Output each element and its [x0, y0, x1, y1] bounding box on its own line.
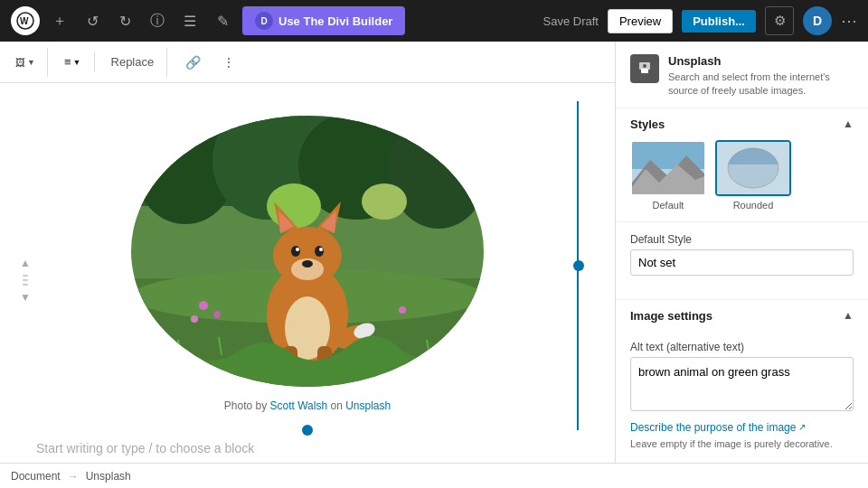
source-link[interactable]: Unsplash	[345, 399, 391, 412]
down-arrow[interactable]: ▼	[20, 291, 31, 304]
style-rounded-label: Rounded	[715, 200, 791, 211]
breadcrumb-document[interactable]: Document	[11, 470, 61, 483]
alt-text-hint: Leave empty if the image is purely decor…	[616, 437, 868, 460]
fox-image-svg	[131, 116, 484, 387]
dropdown-arrow: ▼	[27, 58, 35, 67]
image-toolbar-group: 🖼 ▼	[11, 48, 48, 77]
caption-prefix: Photo by	[224, 399, 267, 412]
breadcrumb-unsplash[interactable]: Unsplash	[86, 470, 131, 483]
unsplash-desc: Search and select from the internet's so…	[668, 70, 854, 99]
svg-point-20	[302, 260, 313, 267]
editor-area: 🖼 ▼ ≡ ▼ Replace 🔗 ⋮ ▲	[0, 42, 615, 463]
default-style-label: Default Style	[616, 222, 868, 249]
alt-text-link-label: Describe the purpose of the image	[630, 421, 796, 434]
styles-title: Styles	[630, 117, 665, 131]
divi-builder-button[interactable]: D Use The Divi Builder	[242, 6, 405, 35]
svg-text:W: W	[20, 16, 29, 26]
resize-handle-bottom[interactable]	[302, 425, 313, 436]
image-settings-title: Image settings	[630, 309, 712, 323]
resize-handle-right[interactable]	[573, 260, 584, 271]
svg-rect-39	[641, 69, 648, 73]
up-arrow[interactable]: ▲	[20, 257, 31, 269]
styles-section-header[interactable]: Styles ▲	[616, 108, 868, 140]
editor-content: ▲ ▼	[0, 83, 615, 463]
topbar: W ＋ ↺ ↻ ⓘ ☰ ✎ D Use The Divi Builder Sav…	[0, 0, 868, 42]
image-settings-section: Image settings ▲ Alt text (alternative t…	[616, 300, 868, 463]
unsplash-title: Unsplash	[668, 54, 854, 68]
image-settings-collapse-icon: ▲	[843, 309, 854, 322]
svg-point-22	[315, 246, 324, 257]
external-link-icon: ↗	[798, 422, 806, 432]
align-toolbar-group: ≡ ▼	[59, 52, 95, 72]
style-rounded-img	[715, 140, 791, 196]
align-icon: ≡	[64, 55, 71, 69]
svg-line-37	[446, 342, 448, 358]
replace-button[interactable]: Replace	[106, 48, 160, 77]
default-style-select[interactable]: Not set Default Rounded	[630, 249, 854, 276]
author-link[interactable]: Scott Walsh	[270, 399, 328, 412]
more-options-button[interactable]: ⋯	[841, 11, 857, 31]
svg-point-40	[643, 64, 646, 68]
redo-icon[interactable]: ↻	[112, 8, 137, 33]
default-style-section: Default Style Not set Default Rounded	[616, 222, 868, 300]
bottom-bar: Document → Unsplash	[0, 463, 868, 488]
style-rounded-thumb[interactable]: Rounded	[715, 140, 791, 211]
image-block-wrapper: ▲ ▼	[36, 101, 579, 459]
style-default-label: Default	[630, 200, 706, 211]
editor-placeholder[interactable]: Start writing or type / to choose a bloc…	[36, 437, 579, 459]
info-icon[interactable]: ⓘ	[145, 8, 170, 33]
divi-icon: D	[255, 12, 273, 30]
alt-text-input[interactable]: brown animal on green grass	[630, 357, 854, 411]
unsplash-info: Unsplash Search and select from the inte…	[668, 54, 854, 99]
unsplash-header: Unsplash Search and select from the inte…	[616, 42, 868, 108]
right-panel: Unsplash Search and select from the inte…	[615, 42, 868, 463]
divi-button-label: Use The Divi Builder	[278, 14, 392, 28]
alt-text-label-text: Alt text (alternative text)	[616, 332, 868, 357]
svg-point-23	[296, 248, 299, 251]
align-button[interactable]: ≡ ▼	[59, 52, 87, 72]
save-draft-button[interactable]: Save Draft	[543, 14, 599, 28]
main-layout: 🖼 ▼ ≡ ▼ Replace 🔗 ⋮ ▲	[0, 42, 868, 463]
style-default-img	[630, 140, 706, 196]
undo-icon[interactable]: ↺	[80, 8, 105, 33]
preview-button[interactable]: Preview	[608, 9, 673, 33]
styles-collapse-icon: ▲	[843, 117, 854, 130]
svg-point-12	[199, 301, 208, 310]
alt-text-link[interactable]: Describe the purpose of the image ↗	[616, 421, 868, 437]
image-block: Photo by Scott Walsh on Unsplash	[36, 101, 579, 430]
editor-toolbar: 🖼 ▼ ≡ ▼ Replace 🔗 ⋮	[0, 42, 615, 83]
left-handles: ▲ ▼	[20, 257, 31, 304]
replace-toolbar-group: Replace	[106, 48, 168, 77]
svg-point-15	[399, 306, 406, 314]
topbar-right: Save Draft Preview Publish... ⚙ D ⋯	[543, 6, 857, 35]
styles-grid: Default	[616, 140, 868, 221]
default-style-select-wrapper: Not set Default Rounded	[616, 249, 868, 288]
style-default-thumb[interactable]: Default	[630, 140, 706, 211]
publish-button[interactable]: Publish...	[682, 10, 756, 33]
align-dropdown-arrow: ▼	[73, 58, 81, 67]
topbar-icons: ＋ ↺ ↻ ⓘ ☰ ✎	[47, 8, 235, 33]
breadcrumb-sep: →	[68, 470, 79, 483]
unsplash-icon	[630, 54, 659, 83]
wp-logo[interactable]: W	[11, 6, 40, 35]
caption-on: on	[330, 399, 342, 412]
link-button[interactable]: 🔗	[178, 48, 207, 77]
svg-point-9	[362, 183, 407, 220]
svg-point-14	[191, 315, 198, 323]
add-block-icon[interactable]: ＋	[47, 8, 72, 33]
tools-icon[interactable]: ✎	[210, 8, 235, 33]
svg-point-24	[319, 248, 323, 251]
list-view-icon[interactable]: ☰	[177, 8, 203, 33]
more-toolbar-button[interactable]: ⋮	[214, 48, 243, 77]
image-icon: 🖼	[15, 57, 25, 68]
drag-handle[interactable]	[20, 273, 31, 287]
user-avatar[interactable]: D	[803, 6, 832, 35]
image-settings-header[interactable]: Image settings ▲	[616, 300, 868, 332]
svg-line-33	[163, 337, 167, 360]
image-type-button[interactable]: 🖼 ▼	[11, 48, 40, 77]
svg-point-21	[291, 246, 300, 257]
unsplash-section: Unsplash Search and select from the inte…	[616, 42, 868, 108]
image-caption: Photo by Scott Walsh on Unsplash	[224, 394, 391, 423]
breadcrumb: Document → Unsplash	[11, 470, 131, 483]
settings-button[interactable]: ⚙	[765, 6, 794, 35]
